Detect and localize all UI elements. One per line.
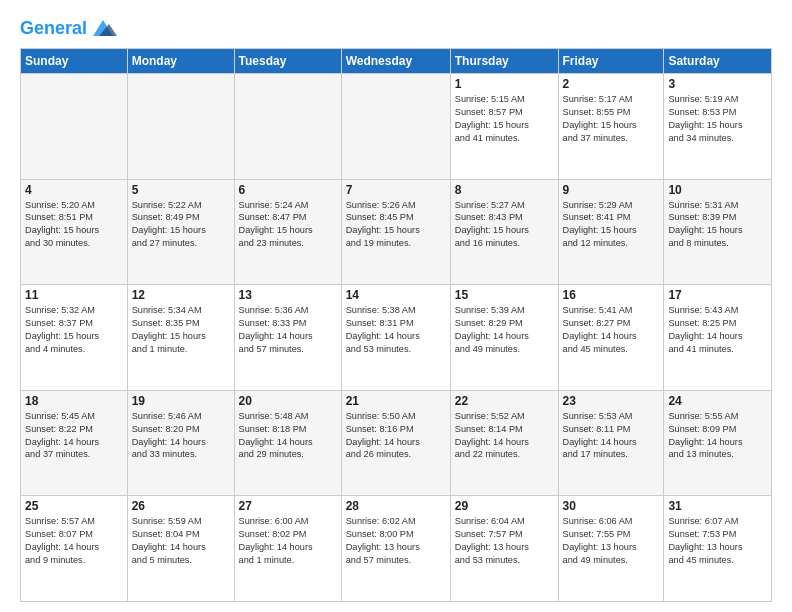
day-info: Sunrise: 5:57 AM Sunset: 8:07 PM Dayligh… — [25, 515, 123, 567]
day-info: Sunrise: 5:15 AM Sunset: 8:57 PM Dayligh… — [455, 93, 554, 145]
day-info: Sunrise: 5:59 AM Sunset: 8:04 PM Dayligh… — [132, 515, 230, 567]
logo-text: General — [20, 19, 87, 39]
calendar-cell: 18Sunrise: 5:45 AM Sunset: 8:22 PM Dayli… — [21, 390, 128, 496]
day-info: Sunrise: 5:41 AM Sunset: 8:27 PM Dayligh… — [563, 304, 660, 356]
day-info: Sunrise: 5:53 AM Sunset: 8:11 PM Dayligh… — [563, 410, 660, 462]
day-number: 1 — [455, 77, 554, 91]
calendar-page: General SundayMondayTuesdayWednesdayThur… — [0, 0, 792, 612]
day-info: Sunrise: 6:04 AM Sunset: 7:57 PM Dayligh… — [455, 515, 554, 567]
calendar-cell: 23Sunrise: 5:53 AM Sunset: 8:11 PM Dayli… — [558, 390, 664, 496]
day-info: Sunrise: 5:46 AM Sunset: 8:20 PM Dayligh… — [132, 410, 230, 462]
day-info: Sunrise: 6:06 AM Sunset: 7:55 PM Dayligh… — [563, 515, 660, 567]
calendar-cell: 5Sunrise: 5:22 AM Sunset: 8:49 PM Daylig… — [127, 179, 234, 285]
day-info: Sunrise: 6:07 AM Sunset: 7:53 PM Dayligh… — [668, 515, 767, 567]
day-info: Sunrise: 5:48 AM Sunset: 8:18 PM Dayligh… — [239, 410, 337, 462]
calendar-cell: 20Sunrise: 5:48 AM Sunset: 8:18 PM Dayli… — [234, 390, 341, 496]
calendar-cell: 7Sunrise: 5:26 AM Sunset: 8:45 PM Daylig… — [341, 179, 450, 285]
day-number: 4 — [25, 183, 123, 197]
calendar-cell: 30Sunrise: 6:06 AM Sunset: 7:55 PM Dayli… — [558, 496, 664, 602]
calendar-cell — [234, 74, 341, 180]
day-number: 15 — [455, 288, 554, 302]
day-number: 28 — [346, 499, 446, 513]
calendar-cell: 27Sunrise: 6:00 AM Sunset: 8:02 PM Dayli… — [234, 496, 341, 602]
day-info: Sunrise: 5:29 AM Sunset: 8:41 PM Dayligh… — [563, 199, 660, 251]
calendar-cell: 21Sunrise: 5:50 AM Sunset: 8:16 PM Dayli… — [341, 390, 450, 496]
calendar-cell: 24Sunrise: 5:55 AM Sunset: 8:09 PM Dayli… — [664, 390, 772, 496]
week-row-4: 18Sunrise: 5:45 AM Sunset: 8:22 PM Dayli… — [21, 390, 772, 496]
day-number: 7 — [346, 183, 446, 197]
day-info: Sunrise: 6:02 AM Sunset: 8:00 PM Dayligh… — [346, 515, 446, 567]
calendar-table: SundayMondayTuesdayWednesdayThursdayFrid… — [20, 48, 772, 602]
calendar-cell: 14Sunrise: 5:38 AM Sunset: 8:31 PM Dayli… — [341, 285, 450, 391]
day-number: 6 — [239, 183, 337, 197]
calendar-cell: 13Sunrise: 5:36 AM Sunset: 8:33 PM Dayli… — [234, 285, 341, 391]
day-info: Sunrise: 5:52 AM Sunset: 8:14 PM Dayligh… — [455, 410, 554, 462]
calendar-cell: 17Sunrise: 5:43 AM Sunset: 8:25 PM Dayli… — [664, 285, 772, 391]
day-number: 16 — [563, 288, 660, 302]
week-row-2: 4Sunrise: 5:20 AM Sunset: 8:51 PM Daylig… — [21, 179, 772, 285]
day-number: 22 — [455, 394, 554, 408]
day-number: 30 — [563, 499, 660, 513]
day-number: 14 — [346, 288, 446, 302]
weekday-header-wednesday: Wednesday — [341, 49, 450, 74]
day-number: 26 — [132, 499, 230, 513]
day-info: Sunrise: 5:55 AM Sunset: 8:09 PM Dayligh… — [668, 410, 767, 462]
logo: General — [20, 18, 117, 40]
day-number: 11 — [25, 288, 123, 302]
day-number: 9 — [563, 183, 660, 197]
calendar-cell: 29Sunrise: 6:04 AM Sunset: 7:57 PM Dayli… — [450, 496, 558, 602]
day-number: 17 — [668, 288, 767, 302]
calendar-cell: 4Sunrise: 5:20 AM Sunset: 8:51 PM Daylig… — [21, 179, 128, 285]
calendar-cell: 12Sunrise: 5:34 AM Sunset: 8:35 PM Dayli… — [127, 285, 234, 391]
day-number: 18 — [25, 394, 123, 408]
day-info: Sunrise: 5:39 AM Sunset: 8:29 PM Dayligh… — [455, 304, 554, 356]
day-info: Sunrise: 5:32 AM Sunset: 8:37 PM Dayligh… — [25, 304, 123, 356]
calendar-cell: 22Sunrise: 5:52 AM Sunset: 8:14 PM Dayli… — [450, 390, 558, 496]
day-info: Sunrise: 5:45 AM Sunset: 8:22 PM Dayligh… — [25, 410, 123, 462]
calendar-cell: 31Sunrise: 6:07 AM Sunset: 7:53 PM Dayli… — [664, 496, 772, 602]
day-number: 31 — [668, 499, 767, 513]
day-info: Sunrise: 5:38 AM Sunset: 8:31 PM Dayligh… — [346, 304, 446, 356]
day-info: Sunrise: 5:26 AM Sunset: 8:45 PM Dayligh… — [346, 199, 446, 251]
week-row-3: 11Sunrise: 5:32 AM Sunset: 8:37 PM Dayli… — [21, 285, 772, 391]
day-number: 19 — [132, 394, 230, 408]
day-info: Sunrise: 5:24 AM Sunset: 8:47 PM Dayligh… — [239, 199, 337, 251]
calendar-cell: 2Sunrise: 5:17 AM Sunset: 8:55 PM Daylig… — [558, 74, 664, 180]
calendar-cell: 11Sunrise: 5:32 AM Sunset: 8:37 PM Dayli… — [21, 285, 128, 391]
day-number: 27 — [239, 499, 337, 513]
day-number: 3 — [668, 77, 767, 91]
day-info: Sunrise: 5:27 AM Sunset: 8:43 PM Dayligh… — [455, 199, 554, 251]
day-number: 29 — [455, 499, 554, 513]
calendar-cell: 8Sunrise: 5:27 AM Sunset: 8:43 PM Daylig… — [450, 179, 558, 285]
day-number: 21 — [346, 394, 446, 408]
calendar-cell: 1Sunrise: 5:15 AM Sunset: 8:57 PM Daylig… — [450, 74, 558, 180]
weekday-header-tuesday: Tuesday — [234, 49, 341, 74]
weekday-header-saturday: Saturday — [664, 49, 772, 74]
calendar-cell: 19Sunrise: 5:46 AM Sunset: 8:20 PM Dayli… — [127, 390, 234, 496]
day-number: 25 — [25, 499, 123, 513]
day-number: 10 — [668, 183, 767, 197]
calendar-cell: 3Sunrise: 5:19 AM Sunset: 8:53 PM Daylig… — [664, 74, 772, 180]
day-number: 5 — [132, 183, 230, 197]
weekday-header-row: SundayMondayTuesdayWednesdayThursdayFrid… — [21, 49, 772, 74]
day-info: Sunrise: 5:22 AM Sunset: 8:49 PM Dayligh… — [132, 199, 230, 251]
day-number: 20 — [239, 394, 337, 408]
day-info: Sunrise: 5:20 AM Sunset: 8:51 PM Dayligh… — [25, 199, 123, 251]
day-number: 24 — [668, 394, 767, 408]
day-number: 23 — [563, 394, 660, 408]
calendar-cell: 6Sunrise: 5:24 AM Sunset: 8:47 PM Daylig… — [234, 179, 341, 285]
weekday-header-sunday: Sunday — [21, 49, 128, 74]
day-number: 2 — [563, 77, 660, 91]
day-info: Sunrise: 5:36 AM Sunset: 8:33 PM Dayligh… — [239, 304, 337, 356]
day-info: Sunrise: 5:19 AM Sunset: 8:53 PM Dayligh… — [668, 93, 767, 145]
calendar-cell: 15Sunrise: 5:39 AM Sunset: 8:29 PM Dayli… — [450, 285, 558, 391]
weekday-header-monday: Monday — [127, 49, 234, 74]
day-info: Sunrise: 5:31 AM Sunset: 8:39 PM Dayligh… — [668, 199, 767, 251]
day-info: Sunrise: 6:00 AM Sunset: 8:02 PM Dayligh… — [239, 515, 337, 567]
day-number: 12 — [132, 288, 230, 302]
calendar-cell — [341, 74, 450, 180]
calendar-cell: 16Sunrise: 5:41 AM Sunset: 8:27 PM Dayli… — [558, 285, 664, 391]
weekday-header-friday: Friday — [558, 49, 664, 74]
logo-icon — [89, 18, 117, 40]
calendar-cell: 25Sunrise: 5:57 AM Sunset: 8:07 PM Dayli… — [21, 496, 128, 602]
